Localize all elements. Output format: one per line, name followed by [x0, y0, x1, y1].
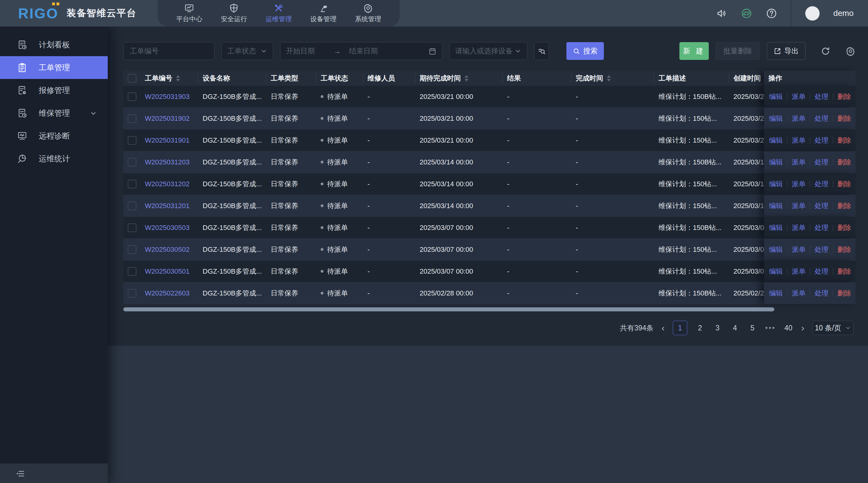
page-number-3[interactable]: 3	[713, 324, 722, 332]
edit-link[interactable]: 编辑	[768, 223, 787, 232]
search-button[interactable]: 搜索	[566, 42, 604, 60]
order-id-link[interactable]: W2025030503	[145, 224, 189, 232]
row-checkbox[interactable]	[128, 158, 136, 167]
top-nav-item-1[interactable]: 平台中心	[176, 3, 202, 23]
process-link[interactable]: 处理	[810, 180, 833, 189]
process-link[interactable]: 处理	[810, 114, 833, 123]
table-settings-gear-icon[interactable]	[845, 46, 856, 56]
process-link[interactable]: 处理	[810, 245, 833, 254]
avatar[interactable]	[805, 6, 819, 21]
sort-icon[interactable]	[607, 75, 611, 82]
delete-link[interactable]: 删除	[833, 158, 856, 167]
order-id-link[interactable]: W2025031901	[145, 136, 189, 144]
edit-link[interactable]: 编辑	[768, 289, 787, 298]
delete-link[interactable]: 删除	[833, 201, 856, 211]
speaker-icon[interactable]	[717, 8, 727, 19]
edit-link[interactable]: 编辑	[768, 245, 787, 254]
dispatch-link[interactable]: 派单	[787, 223, 810, 232]
date-range-picker[interactable]: 开始日期 → 结束日期	[280, 42, 442, 60]
process-link[interactable]: 处理	[810, 158, 833, 167]
page-number-2[interactable]: 2	[695, 324, 705, 332]
delete-link[interactable]: 删除	[833, 267, 856, 276]
sidebar-item-2[interactable]: 工单管理	[0, 56, 108, 79]
process-link[interactable]: 处理	[810, 92, 833, 101]
dispatch-link[interactable]: 派单	[787, 114, 810, 123]
delete-link[interactable]: 删除	[833, 114, 856, 123]
dispatch-link[interactable]: 派单	[787, 136, 810, 145]
edit-link[interactable]: 编辑	[768, 136, 787, 145]
process-link[interactable]: 处理	[810, 201, 833, 211]
sidebar-item-4[interactable]: 维保管理	[0, 102, 108, 125]
sidebar-item-1[interactable]: 计划看板	[0, 33, 108, 56]
user-name[interactable]: demo	[833, 8, 854, 18]
edit-link[interactable]: 编辑	[768, 267, 787, 276]
page-number-40[interactable]: 40	[784, 324, 793, 332]
sidebar-item-3[interactable]: 报修管理	[0, 79, 108, 102]
help-icon[interactable]	[766, 8, 777, 19]
process-link[interactable]: 处理	[810, 289, 833, 298]
delete-link[interactable]: 删除	[833, 180, 856, 189]
column-header[interactable]: 工单编号	[141, 74, 198, 83]
export-button[interactable]: 导出	[767, 42, 806, 60]
next-page-icon[interactable]: ›	[801, 323, 804, 332]
row-checkbox[interactable]	[128, 267, 136, 276]
order-no-input[interactable]	[123, 42, 215, 60]
batch-delete-button[interactable]: 批量删除	[716, 42, 760, 60]
edit-link[interactable]: 编辑	[768, 158, 787, 167]
edit-link[interactable]: 编辑	[768, 114, 787, 123]
order-id-link[interactable]: W2025031201	[145, 202, 189, 210]
delete-link[interactable]: 删除	[833, 136, 856, 145]
order-id-link[interactable]: W2025031902	[145, 115, 189, 123]
select-all-checkbox[interactable]	[128, 74, 136, 83]
sidebar-item-5[interactable]: 远程诊断	[0, 125, 108, 147]
dispatch-link[interactable]: 派单	[787, 92, 810, 101]
column-header[interactable]: 完成时间	[571, 74, 654, 83]
prev-page-icon[interactable]: ‹	[662, 323, 665, 332]
order-id-link[interactable]: W2025022603	[145, 289, 189, 297]
delete-link[interactable]: 删除	[833, 223, 856, 232]
top-nav-item-2[interactable]: 安全运行	[221, 3, 247, 23]
top-nav-item-3[interactable]: 运维管理	[266, 3, 291, 23]
dispatch-link[interactable]: 派单	[787, 201, 810, 211]
order-status-select[interactable]: 工单状态	[221, 42, 273, 60]
row-checkbox[interactable]	[128, 289, 136, 298]
row-checkbox[interactable]	[128, 136, 136, 145]
row-checkbox[interactable]	[128, 180, 136, 189]
order-id-link[interactable]: W2025030501	[145, 267, 189, 276]
edit-link[interactable]: 编辑	[768, 201, 787, 211]
device-select[interactable]: 请输入或选择设备	[449, 42, 527, 60]
page-number-4[interactable]: 4	[730, 324, 740, 332]
page-number-5[interactable]: 5	[748, 324, 757, 332]
row-checkbox[interactable]	[128, 92, 136, 101]
create-button[interactable]: 新 建	[679, 42, 709, 60]
delete-link[interactable]: 删除	[833, 245, 856, 254]
column-header[interactable]: 期待完成时间	[415, 74, 503, 83]
edit-link[interactable]: 编辑	[768, 180, 787, 189]
dispatch-link[interactable]: 派单	[787, 180, 810, 189]
sort-icon[interactable]	[465, 75, 468, 82]
row-checkbox[interactable]	[128, 245, 136, 254]
link-status-icon[interactable]	[741, 8, 752, 19]
more-pages-icon[interactable]: •••	[765, 324, 776, 332]
collapse-sidebar-icon[interactable]	[16, 469, 25, 478]
delete-link[interactable]: 删除	[833, 289, 856, 298]
process-link[interactable]: 处理	[810, 223, 833, 232]
edit-link[interactable]: 编辑	[768, 92, 787, 101]
row-checkbox[interactable]	[128, 201, 136, 210]
page-number-1[interactable]: 1	[673, 321, 687, 335]
dispatch-link[interactable]: 派单	[787, 158, 810, 167]
dispatch-link[interactable]: 派单	[787, 267, 810, 276]
order-id-link[interactable]: W2025030502	[145, 246, 189, 254]
dispatch-link[interactable]: 派单	[787, 289, 810, 298]
dispatch-link[interactable]: 派单	[787, 245, 810, 254]
top-nav-item-5[interactable]: 系统管理	[355, 3, 381, 23]
row-checkbox[interactable]	[128, 114, 136, 123]
order-id-link[interactable]: W2025031903	[145, 93, 189, 101]
order-id-link[interactable]: W2025031203	[145, 158, 189, 166]
delete-link[interactable]: 删除	[833, 92, 856, 101]
page-size-select[interactable]: 10 条/页	[812, 321, 854, 335]
row-checkbox[interactable]	[128, 223, 136, 232]
refresh-icon[interactable]	[820, 46, 831, 56]
process-link[interactable]: 处理	[810, 267, 833, 276]
order-id-link[interactable]: W2025031202	[145, 180, 189, 188]
